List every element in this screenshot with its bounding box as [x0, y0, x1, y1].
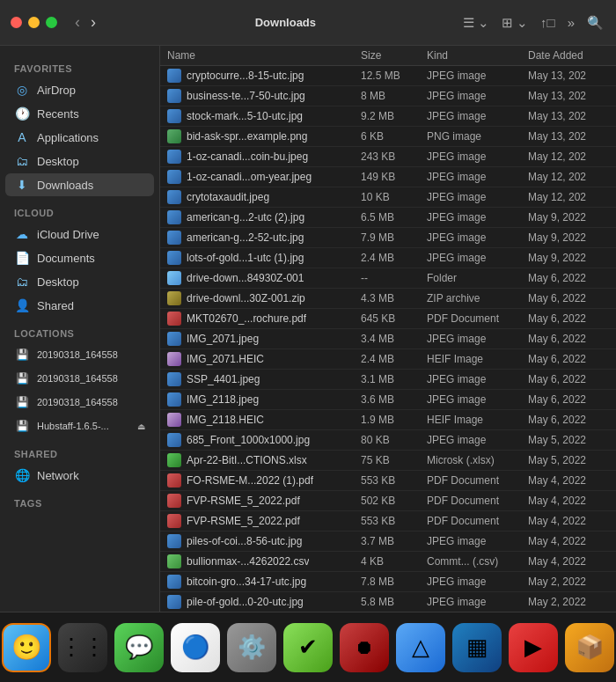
minimize-button[interactable] — [28, 17, 40, 28]
file-size: 4.3 MB — [361, 292, 427, 304]
table-row[interactable]: Apr-22-BitI...CTIONS.xlsx 75 KB Microsk … — [160, 451, 616, 471]
file-name: piles-of-coi...8-56-utc.jpg — [187, 535, 302, 547]
file-size: 553 KB — [361, 474, 427, 487]
file-name: bitcoin-gro...34-17-utc.jpg — [187, 576, 306, 588]
sidebar-item-label: Hubstaff-1.6.5-... — [37, 421, 109, 431]
favorites-header: Favorites — [0, 53, 159, 77]
sidebar-item-icloud-drive[interactable]: ☁ iCloud Drive — [5, 223, 154, 246]
sidebar-item-loc3[interactable]: 💾 20190318_164558 — [5, 391, 154, 414]
file-icon — [167, 372, 181, 386]
table-row[interactable]: FO-RSME-M...2022 (1).pdf 553 KB PDF Docu… — [160, 471, 616, 491]
table-row[interactable]: american-g...2-52-utc.jpg 7.9 MB JPEG im… — [160, 228, 616, 248]
icloud-header: iCloud — [0, 197, 159, 222]
column-kind[interactable]: Kind — [427, 49, 528, 62]
table-row[interactable]: stock-mark...5-10-utc.jpg 9.2 MB JPEG im… — [160, 106, 616, 127]
eject-icon[interactable]: ⏏ — [137, 422, 145, 431]
table-row[interactable]: business-te...7-50-utc.jpg 8 MB JPEG ima… — [160, 86, 616, 106]
file-date: May 4, 2022 — [528, 474, 609, 487]
sidebar-item-applications[interactable]: A Applications — [5, 126, 154, 149]
chrome-icon: 🔵 — [181, 634, 209, 661]
table-row[interactable]: IMG_2118.HEIC 1.9 MB HEIF Image May 6, 2… — [160, 410, 616, 430]
table-row[interactable]: IMG_2071.jpeg 3.4 MB JPEG image May 6, 2… — [160, 329, 616, 349]
table-row[interactable]: piles-of-coi...8-56-utc.jpg 3.7 MB JPEG … — [160, 532, 616, 552]
file-kind: JPEG image — [427, 231, 528, 244]
close-button[interactable] — [11, 17, 22, 28]
file-kind: JPEG image — [427, 110, 528, 122]
disk-icon-3: 💾 — [14, 394, 30, 410]
file-kind: JPEG image — [427, 576, 528, 588]
sidebar-item-airdrop[interactable]: ◎ AirDrop — [5, 78, 154, 101]
downloads-icon: ⬇ — [14, 177, 30, 193]
table-row[interactable]: lots-of-gold...1-utc (1).jpg 2.4 MB JPEG… — [160, 248, 616, 268]
table-row[interactable]: FVP-RSME_5_2022.pdf 553 KB PDF Document … — [160, 511, 616, 532]
dock-finder[interactable]: 🙂 — [2, 623, 51, 672]
sidebar-item-downloads[interactable]: ⬇ Downloads ◀ — [5, 173, 154, 196]
sidebar-item-recents[interactable]: 🕐 Recents — [5, 102, 154, 125]
dock-app10[interactable]: 📦 — [565, 623, 614, 672]
sidebar-item-loc1[interactable]: 💾 20190318_164558 — [5, 343, 154, 366]
sidebar-item-documents[interactable]: 📄 Documents — [5, 246, 154, 269]
file-name: FVP-RSME_5_2022.pdf — [187, 495, 300, 507]
file-date: May 13, 202 — [528, 110, 609, 122]
dock-app8[interactable]: ▦ — [452, 623, 502, 672]
dock-chrome[interactable]: 🔵 — [171, 623, 220, 672]
table-row[interactable]: bitcoin-gro...34-17-utc.jpg 7.8 MB JPEG … — [160, 572, 616, 592]
view-list-button[interactable]: ☰ ⌄ — [461, 13, 491, 33]
dock-app7[interactable]: △ — [396, 623, 445, 672]
shared-icon: 👤 — [14, 297, 30, 313]
table-row[interactable]: pile-of-gold...0-20-utc.jpg 5.8 MB JPEG … — [160, 592, 616, 612]
file-name: american-g...2-52-utc.jpg — [187, 231, 304, 244]
share-button[interactable]: ↑□ — [539, 13, 557, 32]
file-date: May 13, 202 — [528, 70, 609, 82]
maximize-button[interactable] — [46, 17, 57, 28]
sidebar-item-desktop[interactable]: 🗂 Desktop ◀ — [5, 150, 154, 172]
table-row[interactable]: SSP_4401.jpeg 3.1 MB JPEG image May 6, 2… — [160, 370, 616, 390]
table-row[interactable]: FVP-RSME_5_2022.pdf 502 KB PDF Document … — [160, 491, 616, 511]
file-date: May 5, 2022 — [528, 434, 609, 446]
file-icon — [167, 129, 181, 143]
table-row[interactable]: bid-ask-spr...example.png 6 KB PNG image… — [160, 127, 616, 147]
table-row[interactable]: IMG_2118.jpeg 3.6 MB JPEG image May 6, 2… — [160, 390, 616, 410]
hubstaff-icon: 💾 — [14, 418, 30, 434]
more-button[interactable]: » — [566, 13, 576, 32]
file-icon — [167, 494, 181, 508]
sidebar-item-shared-icloud[interactable]: 👤 Shared — [5, 294, 154, 317]
table-row[interactable]: drive-downl...30Z-001.zip 4.3 MB ZIP arc… — [160, 289, 616, 309]
file-date: May 12, 202 — [528, 171, 609, 183]
dock-app6[interactable]: ⏺ — [340, 623, 389, 672]
table-row[interactable]: crytotaxaudit.jpeg 10 KB JPEG image May … — [160, 187, 616, 208]
table-row[interactable]: MKT02670_...rochure.pdf 645 KB PDF Docum… — [160, 309, 616, 329]
table-row[interactable]: drive-down...84930Z-001 -- Folder May 6,… — [160, 268, 616, 289]
column-name[interactable]: Name — [167, 49, 361, 62]
sidebar-item-loc2[interactable]: 💾 20190318_164558 — [5, 367, 154, 390]
table-row[interactable]: IMG_2071.HEIC 2.4 MB HEIF Image May 6, 2… — [160, 349, 616, 370]
file-kind: Commt... (.csv) — [427, 555, 528, 568]
forward-button[interactable]: › — [87, 11, 99, 33]
sidebar-item-network[interactable]: 🌐 Network — [5, 464, 154, 487]
file-name: IMG_2118.HEIC — [187, 414, 264, 426]
table-row[interactable]: 1-oz-canadi...coin-bu.jpeg 243 KB JPEG i… — [160, 147, 616, 167]
search-button[interactable]: 🔍 — [585, 13, 605, 33]
table-row[interactable]: cryptocurre...8-15-utc.jpg 12.5 MB JPEG … — [160, 66, 616, 86]
dock-app9[interactable]: ▶ — [509, 623, 558, 672]
column-date[interactable]: Date Added — [528, 49, 609, 62]
view-grid-button[interactable]: ⊞ ⌄ — [500, 13, 530, 33]
file-icon — [167, 109, 181, 123]
table-row[interactable]: american-g...2-utc (2).jpg 6.5 MB JPEG i… — [160, 208, 616, 228]
column-size[interactable]: Size — [361, 49, 427, 62]
dock-settings[interactable]: ⚙️ — [227, 623, 276, 672]
file-kind: JPEG image — [427, 171, 528, 183]
file-name: FO-RSME-M...2022 (1).pdf — [187, 474, 313, 487]
file-date: May 9, 2022 — [528, 231, 609, 244]
sidebar-item-hubstaff[interactable]: 💾 Hubstaff-1.6.5-... ⏏ — [5, 414, 154, 437]
sidebar-item-desktop-icloud[interactable]: 🗂 Desktop — [5, 270, 154, 293]
dock-launchpad[interactable]: ⋮⋮ — [58, 623, 107, 672]
launchpad-icon: ⋮⋮ — [60, 634, 106, 661]
dock-messages[interactable]: 💬 — [114, 623, 164, 672]
table-row[interactable]: bullionmax-...4262022.csv 4 KB Commt... … — [160, 552, 616, 572]
table-row[interactable]: 1-oz-canadi...om-year.jpeg 149 KB JPEG i… — [160, 167, 616, 187]
table-row[interactable]: 685_Front_1000x1000.jpg 80 KB JPEG image… — [160, 430, 616, 451]
dock-app5[interactable]: ✔ — [283, 623, 333, 672]
locations-header: Locations — [0, 318, 159, 342]
back-button[interactable]: ‹ — [71, 11, 84, 33]
